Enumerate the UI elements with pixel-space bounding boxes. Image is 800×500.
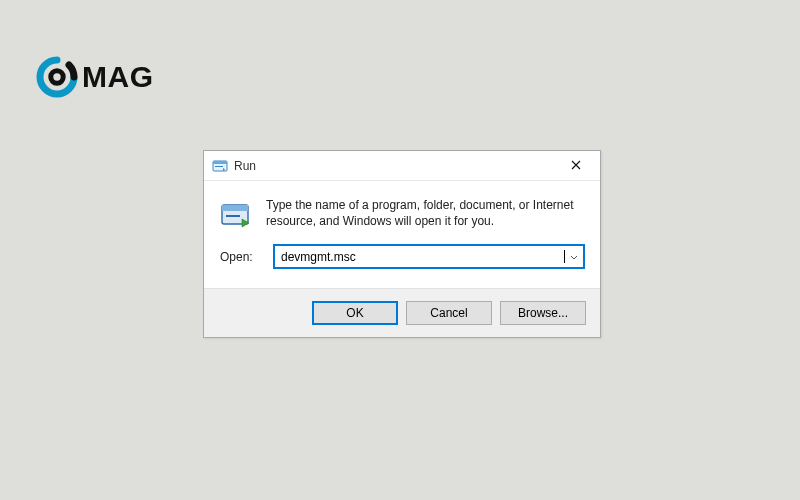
svg-rect-3 <box>215 166 223 167</box>
svg-point-0 <box>51 71 63 83</box>
button-row: OK Cancel Browse... <box>204 288 600 337</box>
dialog-body: Type the name of a program, folder, docu… <box>204 181 600 239</box>
combo-dropdown-button[interactable] <box>565 246 583 267</box>
open-input[interactable] <box>275 246 569 267</box>
titlebar: Run <box>204 151 600 181</box>
svg-rect-6 <box>226 215 240 217</box>
instruction-text: Type the name of a program, folder, docu… <box>266 197 584 231</box>
svg-rect-2 <box>213 161 227 164</box>
run-dialog: Run Type the name of a program, folder, … <box>203 150 601 338</box>
brand-logo: MAG <box>36 56 154 98</box>
run-app-icon <box>212 158 228 174</box>
close-icon <box>571 159 581 173</box>
chevron-down-icon <box>570 250 578 264</box>
logo-mark-icon <box>36 56 78 98</box>
svg-rect-5 <box>222 205 248 211</box>
logo-text: MAG <box>82 60 154 94</box>
open-row: Open: <box>204 239 600 288</box>
open-label: Open: <box>220 250 262 264</box>
open-combobox[interactable] <box>274 245 584 268</box>
ok-button[interactable]: OK <box>312 301 398 325</box>
run-large-icon <box>220 199 252 231</box>
dialog-title: Run <box>234 159 554 173</box>
close-button[interactable] <box>554 152 598 180</box>
browse-button[interactable]: Browse... <box>500 301 586 325</box>
cancel-button[interactable]: Cancel <box>406 301 492 325</box>
